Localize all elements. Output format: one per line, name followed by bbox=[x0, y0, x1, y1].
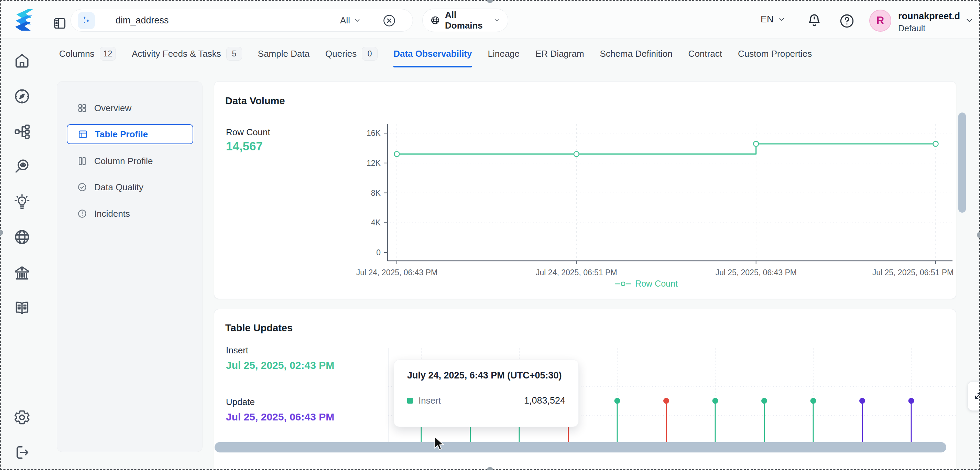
tab-queries[interactable]: Queries0 bbox=[325, 39, 377, 68]
legend-line-icon bbox=[615, 281, 631, 287]
tab-data-observability[interactable]: Data Observability bbox=[393, 39, 472, 68]
chevron-down-icon bbox=[494, 16, 500, 24]
search-scope-dropdown[interactable]: All bbox=[340, 9, 361, 31]
chevron-down-icon bbox=[353, 16, 361, 24]
tab-custom-properties[interactable]: Custom Properties bbox=[738, 39, 812, 68]
tab-count-badge: 0 bbox=[362, 47, 377, 61]
svg-text:Jul 25, 2025, 06:43 PM: Jul 25, 2025, 06:43 PM bbox=[715, 268, 797, 277]
avatar-initial: R bbox=[877, 14, 884, 27]
selection-handle-left[interactable] bbox=[0, 229, 3, 236]
svg-text:4K: 4K bbox=[371, 218, 381, 227]
svg-text:Jul 24, 2025, 06:51 PM: Jul 24, 2025, 06:51 PM bbox=[536, 268, 617, 277]
svg-text:8K: 8K bbox=[371, 188, 381, 198]
svg-text:16K: 16K bbox=[367, 129, 381, 138]
nav-explore-icon[interactable] bbox=[13, 88, 31, 105]
insert-label: Insert bbox=[226, 345, 248, 356]
expand-resize-handle[interactable] bbox=[967, 381, 980, 411]
incidents-alert-icon bbox=[77, 209, 88, 219]
nav-govern-icon[interactable] bbox=[13, 264, 31, 282]
sparkles-icon bbox=[81, 15, 92, 27]
menu-item-data-quality[interactable]: Data Quality bbox=[67, 177, 193, 197]
svg-text:Jul 25, 2025, 06:51 PM: Jul 25, 2025, 06:51 PM bbox=[872, 268, 954, 277]
app-screen: dim_address All All Domains EN bbox=[0, 0, 980, 470]
search-input[interactable]: dim_address bbox=[116, 9, 169, 31]
menu-item-incidents[interactable]: Incidents bbox=[67, 204, 193, 224]
search-scope-label: All bbox=[340, 15, 350, 26]
data-quality-check-icon bbox=[77, 182, 88, 192]
app-logo-icon[interactable] bbox=[13, 8, 37, 32]
logout-icon[interactable] bbox=[13, 443, 31, 461]
nav-observability-icon[interactable] bbox=[13, 158, 31, 175]
tab-count-badge: 12 bbox=[100, 47, 116, 61]
update-label: Update bbox=[226, 397, 255, 407]
tooltip-title: July 24, 2025, 6:43 PM (UTC+05:30) bbox=[407, 370, 565, 381]
settings-gear-icon[interactable] bbox=[13, 408, 31, 426]
tab-lineage[interactable]: Lineage bbox=[488, 39, 520, 68]
language-selector[interactable]: EN bbox=[760, 0, 785, 38]
resize-arrows-icon bbox=[972, 390, 980, 402]
sidebar-toggle-icon[interactable] bbox=[52, 16, 67, 31]
data-volume-title: Data Volume bbox=[225, 95, 285, 107]
menu-item-overview[interactable]: Overview bbox=[67, 98, 193, 118]
selection-handle-right[interactable] bbox=[977, 232, 980, 238]
overview-grid-icon bbox=[77, 103, 88, 113]
global-search-bar[interactable]: dim_address All bbox=[70, 9, 413, 32]
chart-tooltip: July 24, 2025, 6:43 PM (UTC+05:30) Inser… bbox=[394, 360, 579, 427]
table-profile-icon bbox=[78, 129, 88, 139]
notifications-bell-icon[interactable] bbox=[806, 13, 822, 29]
menu-item-table-profile[interactable]: Table Profile bbox=[67, 124, 193, 144]
nav-lineage-icon[interactable] bbox=[13, 123, 31, 140]
chevron-down-icon bbox=[778, 16, 785, 23]
tab-er-diagram[interactable]: ER Diagram bbox=[535, 39, 584, 68]
nav-domains-icon[interactable] bbox=[13, 228, 31, 246]
update-timestamp: Jul 25, 2025, 06:43 PM bbox=[226, 409, 339, 425]
tooltip-series-label: Insert bbox=[418, 395, 441, 406]
globe-icon bbox=[430, 14, 440, 26]
tab-columns[interactable]: Columns12 bbox=[59, 39, 116, 68]
table-updates-title: Table Updates bbox=[225, 322, 293, 334]
observability-menu: Overview Table Profile Column Profile Da… bbox=[57, 81, 202, 452]
domains-dropdown[interactable]: All Domains bbox=[422, 9, 508, 32]
legend-label: Row Count bbox=[635, 279, 678, 289]
clear-search-icon[interactable] bbox=[382, 14, 396, 27]
nav-insights-icon[interactable] bbox=[13, 193, 31, 211]
nav-home-icon[interactable] bbox=[13, 52, 31, 70]
menu-item-column-profile[interactable]: Column Profile bbox=[67, 151, 193, 171]
ai-sparkle-button[interactable] bbox=[78, 12, 95, 29]
user-menu-chevron-icon[interactable] bbox=[965, 16, 974, 25]
tab-sample-data[interactable]: Sample Data bbox=[258, 39, 309, 68]
tab-contract[interactable]: Contract bbox=[689, 39, 722, 68]
tab-count-badge: 5 bbox=[226, 47, 242, 61]
tooltip-value: 1,083,524 bbox=[524, 395, 565, 406]
nav-glossary-icon[interactable] bbox=[13, 299, 31, 317]
column-profile-icon bbox=[77, 156, 88, 166]
language-label: EN bbox=[760, 14, 774, 25]
horizontal-scrollbar-thumb[interactable] bbox=[215, 442, 946, 452]
entity-tabs: Columns12 Activity Feeds & Tasks5 Sample… bbox=[31, 39, 959, 68]
domains-label: All Domains bbox=[445, 10, 489, 31]
insert-timestamp: Jul 25, 2025, 02:43 PM bbox=[226, 357, 339, 374]
top-bar: dim_address All All Domains EN bbox=[0, 0, 980, 38]
user-workspace: Default bbox=[898, 23, 925, 33]
svg-text:Jul 24, 2025, 06:43 PM: Jul 24, 2025, 06:43 PM bbox=[356, 268, 438, 277]
tooltip-row: Insert 1,083,524 bbox=[407, 395, 565, 406]
tab-schema-definition[interactable]: Schema Definition bbox=[600, 39, 673, 68]
row-count-legend[interactable]: Row Count bbox=[261, 279, 980, 289]
row-count-chart[interactable]: 04K8K12K16KJul 24, 2025, 06:43 PMJul 24,… bbox=[220, 117, 956, 279]
user-name: rounakpreet.d bbox=[898, 11, 960, 22]
svg-text:12K: 12K bbox=[367, 159, 381, 167]
vertical-scrollbar-thumb[interactable] bbox=[958, 113, 966, 213]
help-icon[interactable] bbox=[839, 13, 855, 29]
svg-text:0: 0 bbox=[376, 248, 381, 257]
user-avatar[interactable]: R bbox=[869, 10, 891, 32]
tab-activity-feeds[interactable]: Activity Feeds & Tasks5 bbox=[132, 39, 242, 68]
insert-swatch-icon bbox=[407, 398, 413, 404]
